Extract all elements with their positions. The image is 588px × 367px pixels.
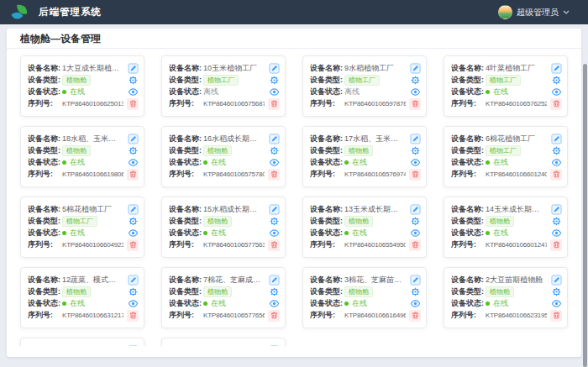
device-name-row: 设备名称:5棉花植物工厂	[28, 203, 139, 215]
device-settings-button[interactable]	[550, 286, 562, 297]
trash-icon	[129, 311, 138, 320]
edit-device-button[interactable]	[268, 344, 280, 346]
edit-device-button[interactable]	[550, 62, 562, 74]
view-device-button[interactable]	[550, 87, 562, 98]
delete-device-button[interactable]	[268, 239, 280, 251]
view-device-button[interactable]	[550, 157, 562, 169]
delete-device-button[interactable]	[550, 98, 562, 110]
device-settings-button[interactable]	[268, 74, 280, 86]
device-status-row: 设备状态:在线	[451, 298, 562, 310]
eye-icon	[269, 157, 280, 168]
view-device-button[interactable]	[127, 157, 139, 169]
device-settings-button[interactable]	[409, 74, 421, 86]
serial-value: KTP864601066312174	[62, 312, 123, 319]
view-device-button[interactable]	[550, 228, 562, 239]
gear-icon	[269, 216, 280, 227]
delete-device-button[interactable]	[409, 98, 421, 110]
edit-device-button[interactable]	[268, 203, 280, 215]
device-name-label: 设备名称:	[28, 345, 62, 347]
trash-icon	[411, 99, 420, 108]
edit-device-button[interactable]	[409, 203, 421, 215]
edit-device-button[interactable]	[550, 274, 562, 286]
device-settings-button[interactable]	[409, 215, 421, 227]
device-serial-row: 序列号:KTP864601066164963	[310, 310, 421, 322]
view-device-button[interactable]	[268, 157, 280, 169]
device-status-value: 在线	[70, 228, 85, 239]
view-device-button[interactable]	[127, 87, 139, 98]
delete-device-button[interactable]	[550, 239, 562, 251]
device-name-row: 设备名称:9水稻植物工厂	[310, 62, 421, 74]
view-device-button[interactable]	[268, 298, 280, 310]
scrollbar-thumb[interactable]	[583, 64, 587, 367]
serial-value: KTP864601065756876	[203, 100, 265, 107]
edit-device-button[interactable]	[268, 274, 280, 286]
delete-device-button[interactable]	[127, 169, 139, 181]
delete-device-button[interactable]	[127, 98, 139, 110]
device-type-row: 设备类型:植物工厂	[28, 215, 139, 227]
view-device-button[interactable]	[268, 87, 280, 98]
view-device-button[interactable]	[127, 298, 139, 310]
edit-device-button[interactable]	[127, 133, 139, 144]
serial-value: KTP864601066198060	[62, 170, 123, 178]
device-settings-button[interactable]	[550, 74, 562, 86]
delete-device-button[interactable]	[550, 310, 562, 322]
device-name-row: 设备名称:4叶菜植物工厂	[451, 62, 562, 74]
edit-device-button[interactable]	[268, 133, 280, 144]
delete-device-button[interactable]	[550, 169, 562, 181]
edit-device-button[interactable]	[550, 203, 562, 215]
gear-icon	[128, 216, 139, 227]
device-name-row: 设备名称:16水稻成长期植物舱B	[169, 133, 280, 144]
device-settings-button[interactable]	[127, 286, 139, 297]
delete-device-button[interactable]	[409, 239, 421, 251]
device-name-value: 18水稻、玉米苗期植…	[62, 134, 123, 144]
delete-device-button[interactable]	[268, 98, 280, 110]
view-device-button[interactable]	[409, 228, 421, 239]
device-status-value: 在线	[352, 228, 367, 239]
view-device-button[interactable]	[550, 298, 562, 310]
device-status-label: 设备状态:	[169, 298, 203, 309]
device-settings-button[interactable]	[409, 144, 421, 156]
device-settings-button[interactable]	[550, 144, 562, 156]
view-device-button[interactable]	[409, 298, 421, 310]
device-settings-button[interactable]	[268, 286, 280, 297]
delete-device-button[interactable]	[409, 310, 421, 322]
user-menu[interactable]: 超级管理员	[498, 5, 570, 19]
edit-device-button[interactable]	[409, 133, 421, 144]
device-settings-button[interactable]	[127, 74, 139, 86]
serial-label: 序列号:	[169, 169, 203, 180]
edit-device-button[interactable]	[127, 274, 139, 286]
delete-device-button[interactable]	[127, 310, 139, 322]
device-settings-button[interactable]	[127, 215, 139, 227]
delete-device-button[interactable]	[127, 239, 139, 251]
view-device-button[interactable]	[409, 87, 421, 98]
view-device-button[interactable]	[409, 157, 421, 169]
avatar[interactable]	[498, 5, 512, 19]
user-name: 超级管理员	[517, 7, 559, 18]
delete-device-button[interactable]	[409, 169, 421, 181]
device-settings-button[interactable]	[268, 144, 280, 156]
device-settings-button[interactable]	[127, 144, 139, 156]
edit-device-button[interactable]	[127, 344, 139, 346]
device-name-value: 1大豆成长期植物舱	[62, 63, 123, 74]
device-settings-button[interactable]	[550, 215, 562, 227]
device-status-value: 在线	[352, 298, 367, 309]
edit-device-button[interactable]	[127, 203, 139, 215]
view-device-button[interactable]	[268, 228, 280, 239]
eye-icon	[128, 298, 139, 309]
edit-device-button[interactable]	[550, 133, 562, 144]
device-settings-button[interactable]	[409, 286, 421, 297]
edit-device-button[interactable]	[268, 62, 280, 74]
edit-device-button[interactable]	[409, 62, 421, 74]
edit-device-button[interactable]	[127, 62, 139, 74]
delete-device-button[interactable]	[268, 169, 280, 181]
device-card: 设备名称:17水稻、玉米苗期植…设备类型:植物舱设备状态:在线序列号:KTP86…	[302, 126, 427, 187]
view-device-button[interactable]	[127, 228, 139, 239]
gear-icon	[269, 145, 280, 156]
edit-device-button[interactable]	[409, 274, 421, 286]
serial-value: KTP864601066012402	[486, 170, 547, 178]
device-settings-button[interactable]	[268, 215, 280, 227]
delete-device-button[interactable]	[268, 310, 280, 322]
device-name-value: 13玉米成长期植物舱A	[344, 204, 406, 215]
device-status-value: 在线	[493, 298, 508, 309]
device-type-label: 设备类型:	[310, 75, 344, 86]
